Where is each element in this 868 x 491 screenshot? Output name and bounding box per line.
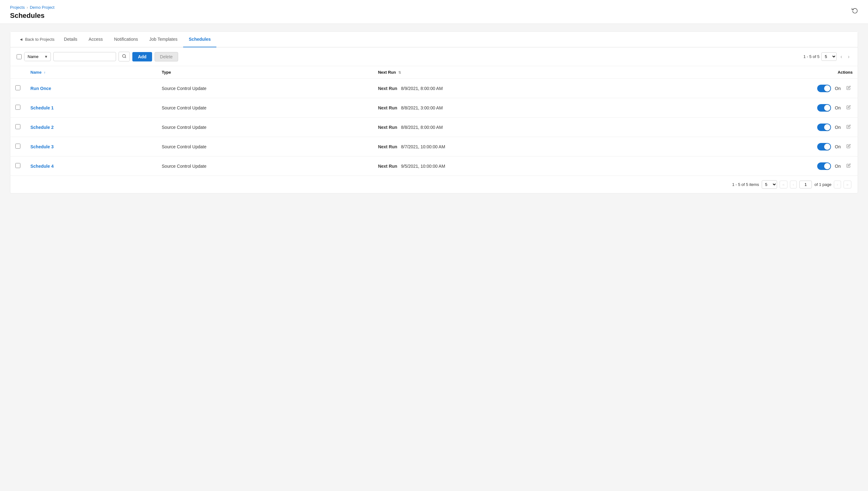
delete-button[interactable]: Delete [154, 52, 178, 61]
row-checkbox-4[interactable] [16, 163, 20, 168]
th-name[interactable]: Name ↑ [25, 66, 157, 79]
row-toggle-3[interactable] [817, 143, 831, 150]
footer-first-page-button[interactable]: « [780, 181, 787, 189]
th-checkbox [10, 66, 25, 79]
tab-notifications[interactable]: Notifications [109, 32, 144, 47]
sort-asc-icon: ↑ [44, 70, 46, 74]
content-area: ◄ Back to Projects Details Access Notifi… [10, 31, 858, 194]
row-actions-cell: On [678, 156, 858, 176]
footer-page-input[interactable] [799, 181, 812, 189]
footer-last-page-button[interactable]: » [843, 181, 851, 189]
history-icon[interactable] [852, 7, 858, 15]
row-checkbox-cell [10, 156, 25, 176]
row-actions-cell: On [678, 118, 858, 137]
pagination-info: 1 - 5 of 5 5 10 20 ‹ › [803, 52, 851, 61]
row-type-cell: Source Control Update [157, 79, 373, 98]
row-edit-button-1[interactable] [844, 104, 852, 112]
breadcrumb: Projects › Demo Project [10, 5, 858, 10]
row-toggle-label-2: On [835, 125, 841, 130]
row-next-run-cell: Next Run 8/8/2021, 8:00:00 AM [373, 118, 678, 137]
row-next-run-label-1: Next Run [378, 105, 397, 110]
row-checkbox-cell [10, 137, 25, 156]
row-checkbox-cell [10, 79, 25, 98]
row-name-link-1[interactable]: Schedule 1 [30, 105, 54, 110]
row-name-link-3[interactable]: Schedule 3 [30, 144, 54, 149]
row-checkbox-3[interactable] [16, 144, 20, 149]
breadcrumb-project-name: Demo Project [30, 5, 55, 10]
breadcrumb-projects[interactable]: Projects [10, 5, 25, 10]
footer-next-page-button[interactable]: › [834, 181, 841, 189]
row-type-cell: Source Control Update [157, 156, 373, 176]
row-checkbox-2[interactable] [16, 124, 20, 129]
row-next-run-cell: Next Run 8/7/2021, 10:00:00 AM [373, 137, 678, 156]
row-edit-button-3[interactable] [844, 143, 852, 150]
tab-schedules[interactable]: Schedules [183, 32, 216, 47]
add-button[interactable]: Add [132, 52, 152, 61]
row-next-run-label-0: Next Run [378, 86, 397, 91]
next-page-button[interactable]: › [846, 53, 851, 60]
row-toggle-label-1: On [835, 105, 841, 110]
filter-select[interactable]: Name [25, 52, 42, 61]
table-row: Schedule 1 Source Control Update Next Ru… [10, 98, 858, 118]
filter-select-arrow-icon: ▼ [42, 53, 51, 61]
row-toggle-0[interactable] [817, 85, 831, 92]
row-edit-button-0[interactable] [844, 84, 852, 92]
row-name-cell: Schedule 4 [25, 156, 157, 176]
tabs-nav: ◄ Back to Projects Details Access Notifi… [10, 32, 858, 47]
row-next-run-value-2: 8/8/2021, 8:00:00 AM [401, 125, 443, 130]
tab-details[interactable]: Details [58, 32, 83, 47]
row-toggle-label-3: On [835, 144, 841, 149]
top-header: Projects › Demo Project Schedules [0, 0, 868, 24]
row-type-cell: Source Control Update [157, 137, 373, 156]
row-toggle-label-0: On [835, 86, 841, 91]
row-checkbox-cell [10, 98, 25, 118]
row-type-cell: Source Control Update [157, 98, 373, 118]
footer-of-page-label: of 1 page [814, 182, 831, 187]
row-name-cell: Run Once [25, 79, 157, 98]
tab-access[interactable]: Access [83, 32, 109, 47]
row-name-link-4[interactable]: Schedule 4 [30, 164, 54, 169]
tab-back-to-projects[interactable]: ◄ Back to Projects [16, 32, 58, 47]
prev-page-button[interactable]: ‹ [839, 53, 844, 60]
sort-next-run-icon: ⇅ [398, 70, 401, 74]
per-page-select[interactable]: 5 10 20 [821, 52, 837, 61]
th-type: Type [157, 66, 373, 79]
footer-prev-page-button[interactable]: ‹ [790, 181, 797, 189]
row-type-cell: Source Control Update [157, 118, 373, 137]
row-toggle-2[interactable] [817, 123, 831, 131]
row-next-run-value-4: 9/5/2021, 10:00:00 AM [401, 164, 445, 169]
toolbar: Name ▼ Add Delete 1 - 5 of 5 5 10 20 ‹ › [10, 47, 858, 66]
row-edit-button-2[interactable] [844, 123, 852, 131]
row-checkbox-1[interactable] [16, 105, 20, 110]
search-button[interactable] [119, 52, 130, 61]
row-actions-cell: On [678, 79, 858, 98]
row-name-cell: Schedule 2 [25, 118, 157, 137]
row-toggle-1[interactable] [817, 104, 831, 112]
row-checkbox-cell [10, 118, 25, 137]
select-all-checkbox[interactable] [17, 54, 22, 59]
filter-select-wrap: Name ▼ [24, 52, 51, 61]
breadcrumb-sep: › [27, 5, 28, 10]
tab-job-templates[interactable]: Job Templates [144, 32, 183, 47]
table-row: Schedule 2 Source Control Update Next Ru… [10, 118, 858, 137]
search-icon [122, 54, 126, 58]
row-toggle-label-4: On [835, 164, 841, 169]
row-next-run-label-2: Next Run [378, 125, 397, 130]
row-next-run-cell: Next Run 8/8/2021, 3:00:00 AM [373, 98, 678, 118]
search-input[interactable] [53, 52, 116, 61]
th-actions: Actions [678, 66, 858, 79]
footer-items-label: 1 - 5 of 5 items [732, 182, 759, 187]
row-actions-cell: On [678, 137, 858, 156]
row-name-cell: Schedule 3 [25, 137, 157, 156]
th-next-run[interactable]: Next Run ⇅ [373, 66, 678, 79]
row-name-cell: Schedule 1 [25, 98, 157, 118]
table-row: Schedule 4 Source Control Update Next Ru… [10, 156, 858, 176]
footer-per-page-select[interactable]: 5 10 20 [762, 180, 777, 189]
row-edit-button-4[interactable] [844, 162, 852, 170]
schedules-table: Name ↑ Type Next Run ⇅ Actions Run Once … [10, 66, 858, 176]
row-name-link-2[interactable]: Schedule 2 [30, 125, 54, 130]
page-title: Schedules [10, 11, 858, 20]
row-name-link-0[interactable]: Run Once [30, 86, 51, 91]
row-toggle-4[interactable] [817, 163, 831, 170]
row-checkbox-0[interactable] [16, 85, 20, 90]
